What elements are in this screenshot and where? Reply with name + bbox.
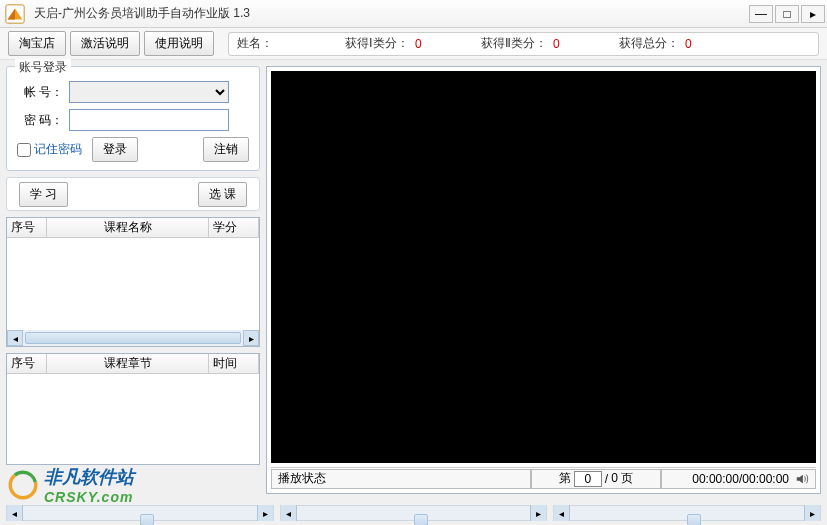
remember-label: 记住密码 — [34, 141, 82, 158]
scroll-right-icon[interactable]: ▸ — [243, 330, 259, 346]
main-area: 账号登录 帐 号： 密 码： 记住密码 登录 注销 学 习 选 课 — [0, 60, 827, 500]
bs2-right-icon[interactable]: ▸ — [530, 505, 546, 521]
watermark-line1: 非凡软件站 — [44, 465, 134, 489]
score-panel: 姓名： 获得Ⅰ类分： 0 获得Ⅱ类分： 0 获得总分： 0 — [228, 32, 819, 56]
scroll-thumb[interactable] — [25, 332, 241, 344]
bottom-scroll-3[interactable]: ◂ ▸ — [553, 505, 821, 521]
col-chapter[interactable]: 课程章节 — [47, 354, 209, 373]
status-bar: 播放状态 第 / 0 页 00:00:00/00:00:00 — [271, 467, 816, 489]
page-sep: / — [605, 472, 608, 486]
cat2-value: 0 — [553, 37, 613, 51]
bottom-scroll-1[interactable]: ◂ ▸ — [6, 505, 274, 521]
video-area[interactable] — [271, 71, 816, 463]
maximize-button[interactable]: □ — [775, 5, 799, 23]
bs1-left-icon[interactable]: ◂ — [7, 505, 23, 521]
course-grid-body[interactable] — [7, 238, 259, 330]
col-no[interactable]: 序号 — [7, 218, 47, 237]
remember-checkbox-wrap[interactable]: 记住密码 — [17, 141, 82, 158]
chapter-grid-body[interactable] — [7, 374, 259, 464]
col-name[interactable]: 课程名称 — [47, 218, 209, 237]
account-label: 帐 号： — [17, 84, 63, 101]
password-input[interactable] — [69, 109, 229, 131]
chapter-grid-header: 序号 课程章节 时间 — [7, 354, 259, 374]
volume-icon[interactable] — [795, 472, 809, 486]
bs1-thumb[interactable] — [140, 514, 154, 525]
page-cell: 第 / 0 页 — [531, 469, 661, 489]
left-column: 账号登录 帐 号： 密 码： 记住密码 登录 注销 学 习 选 课 — [6, 66, 260, 494]
app-logo-icon — [4, 3, 26, 25]
col-time[interactable]: 时间 — [209, 354, 259, 373]
window-title: 天启-广州公务员培训助手自动作业版 1.3 — [34, 5, 749, 22]
logout-button[interactable]: 注销 — [203, 137, 249, 162]
cat2-label: 获得Ⅱ类分： — [481, 35, 547, 52]
watermark-line2: CRSKY.com — [44, 489, 134, 505]
bs1-right-icon[interactable]: ▸ — [257, 505, 273, 521]
right-column: 播放状态 第 / 0 页 00:00:00/00:00:00 — [266, 66, 821, 494]
time-text: 00:00:00/00:00:00 — [692, 472, 789, 486]
col-no2[interactable]: 序号 — [7, 354, 47, 373]
password-label: 密 码： — [17, 112, 63, 129]
cat1-value: 0 — [415, 37, 475, 51]
taobao-button[interactable]: 淘宝店 — [8, 31, 66, 56]
close-button[interactable]: ▸ — [801, 5, 825, 23]
activate-button[interactable]: 激活说明 — [70, 31, 140, 56]
course-scrollbar[interactable]: ◂ ▸ — [7, 330, 259, 346]
minimize-button[interactable]: — — [749, 5, 773, 23]
bottom-scroll-2[interactable]: ◂ ▸ — [280, 505, 548, 521]
page-total: 0 页 — [611, 470, 633, 487]
study-button[interactable]: 学 习 — [19, 182, 68, 207]
login-legend: 账号登录 — [15, 59, 71, 76]
total-value: 0 — [685, 37, 715, 51]
account-select[interactable] — [69, 81, 229, 103]
bs3-left-icon[interactable]: ◂ — [554, 505, 570, 521]
name-label: 姓名： — [237, 35, 273, 52]
action-bar: 学 习 选 课 — [6, 177, 260, 211]
watermark-logo-icon — [6, 468, 40, 502]
page-prefix: 第 — [559, 470, 571, 487]
play-state-cell: 播放状态 — [271, 469, 531, 489]
watermark: 非凡软件站 CRSKY.com — [6, 465, 134, 505]
col-credit[interactable]: 学分 — [209, 218, 259, 237]
title-bar: 天启-广州公务员培训助手自动作业版 1.3 — □ ▸ — [0, 0, 827, 28]
login-button[interactable]: 登录 — [92, 137, 138, 162]
course-grid: 序号 课程名称 学分 ◂ ▸ — [6, 217, 260, 347]
login-group: 账号登录 帐 号： 密 码： 记住密码 登录 注销 — [6, 66, 260, 171]
chapter-grid: 序号 课程章节 时间 — [6, 353, 260, 465]
bs2-thumb[interactable] — [414, 514, 428, 525]
course-grid-header: 序号 课程名称 学分 — [7, 218, 259, 238]
page-current-input[interactable] — [574, 471, 602, 487]
total-label: 获得总分： — [619, 35, 679, 52]
remember-checkbox[interactable] — [17, 143, 31, 157]
cat1-label: 获得Ⅰ类分： — [345, 35, 409, 52]
select-course-button[interactable]: 选 课 — [198, 182, 247, 207]
top-toolbar: 淘宝店 激活说明 使用说明 姓名： 获得Ⅰ类分： 0 获得Ⅱ类分： 0 获得总分… — [0, 28, 827, 60]
usage-button[interactable]: 使用说明 — [144, 31, 214, 56]
scroll-left-icon[interactable]: ◂ — [7, 330, 23, 346]
bs2-left-icon[interactable]: ◂ — [281, 505, 297, 521]
bs3-thumb[interactable] — [687, 514, 701, 525]
bs3-right-icon[interactable]: ▸ — [804, 505, 820, 521]
bottom-scrollbars: ◂ ▸ ◂ ▸ ◂ ▸ — [6, 505, 821, 521]
time-cell: 00:00:00/00:00:00 — [661, 469, 816, 489]
